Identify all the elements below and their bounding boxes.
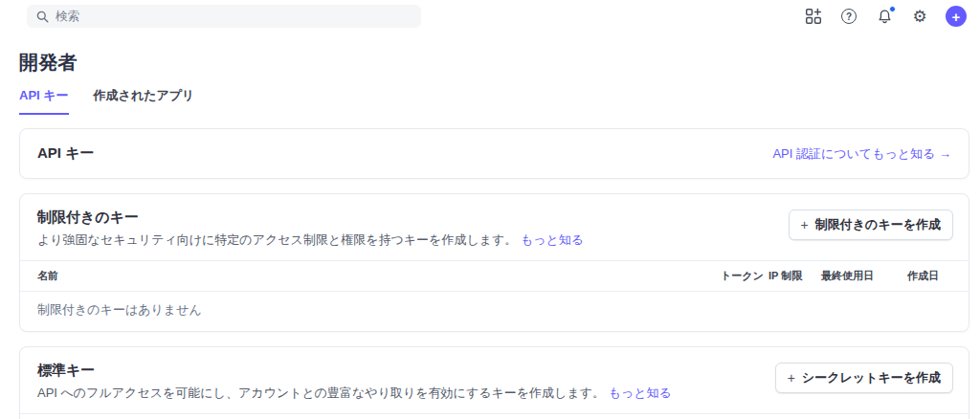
restricted-keys-card: 制限付きのキー より強固なセキュリティ向けに特定のアクセス制限と権限を持つキーを…	[19, 193, 969, 332]
gear-icon[interactable]: ⚙	[910, 7, 929, 26]
plus-icon: +	[801, 217, 809, 232]
api-keys-card: API キー API 認証についてもっと知る →	[19, 128, 969, 179]
notification-dot	[889, 6, 896, 12]
column-header-name: 名前	[37, 269, 721, 283]
standard-keys-card: 標準キー API へのフルアクセスを可能にし、アカウントとの豊富なやり取りを有効…	[19, 346, 969, 419]
column-header-last-used: 最終使用日	[821, 269, 907, 283]
standard-keys-description-text: API へのフルアクセスを可能にし、アカウントとの豊富なやり取りを有効にするキー…	[37, 386, 605, 400]
search-box[interactable]	[27, 5, 421, 28]
gear-glyph: ⚙	[912, 9, 926, 25]
column-header-token: トークン	[721, 269, 768, 283]
standard-keys-head: 標準キー API へのフルアクセスを可能にし、アカウントとの豊富なやり取りを有効…	[20, 347, 969, 413]
column-header-created: 作成日	[907, 269, 951, 283]
tab-bar: API キー 作成されたアプリ	[19, 87, 980, 115]
help-icon[interactable]: ?	[839, 7, 858, 26]
create-secret-key-label: シークレットキーを作成	[802, 369, 941, 386]
api-keys-card-title: API キー	[37, 144, 95, 163]
apps-grid-add-icon[interactable]	[804, 7, 823, 26]
restricted-keys-empty-row: 制限付きのキーはありません	[20, 292, 969, 331]
tab-api-keys[interactable]: API キー	[19, 87, 69, 115]
restricted-keys-learn-more-link[interactable]: もっと知る	[521, 232, 584, 247]
topbar-icons: ? ⚙ +	[804, 6, 967, 27]
restricted-keys-description-text: より強固なセキュリティ向けに特定のアクセス制限と権限を持つキーを作成します。	[37, 232, 517, 247]
topbar: ? ⚙ +	[0, 0, 980, 32]
restricted-keys-table-header: 名前 トークン IP 制限 最終使用日 作成日	[20, 260, 969, 292]
restricted-keys-head: 制限付きのキー より強固なセキュリティ向けに特定のアクセス制限と権限を持つキーを…	[20, 194, 969, 260]
column-header-ip-restriction: IP 制限	[768, 269, 821, 283]
page-title: 開発者	[19, 50, 980, 76]
create-secret-key-button[interactable]: + シークレットキーを作成	[775, 363, 953, 393]
standard-keys-learn-more-link[interactable]: もっと知る	[609, 386, 672, 400]
question-glyph: ?	[846, 11, 852, 22]
search-input[interactable]	[56, 10, 412, 23]
plus-icon: +	[788, 370, 795, 386]
bell-icon[interactable]	[875, 7, 894, 26]
create-restricted-key-button[interactable]: + 制限付きのキーを作成	[789, 210, 953, 240]
tab-created-apps[interactable]: 作成されたアプリ	[94, 87, 195, 115]
add-button[interactable]: +	[946, 6, 967, 27]
api-auth-learn-more-link[interactable]: API 認証についてもっと知る →	[772, 145, 951, 163]
create-restricted-key-label: 制限付きのキーを作成	[815, 216, 941, 233]
standard-keys-table-header: 名前 トークン IP 制限 最終使用日 作成日	[20, 413, 969, 419]
search-icon	[36, 11, 49, 23]
plus-icon: +	[952, 9, 961, 25]
